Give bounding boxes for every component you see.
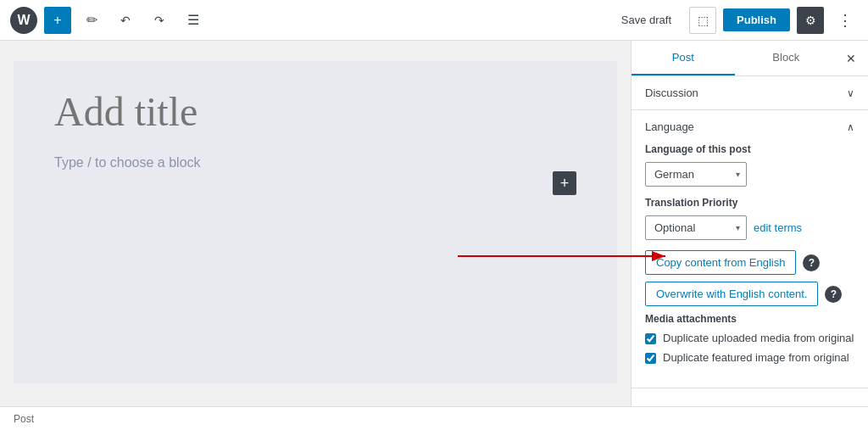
overwrite-row: Overwrite with English content. ?: [645, 282, 854, 306]
copy-content-button[interactable]: Copy content from English: [645, 250, 796, 275]
media-attachments: Media attachments Duplicate uploaded med…: [645, 313, 854, 364]
sidebar-close-button[interactable]: ✕: [837, 45, 865, 72]
settings-button[interactable]: ⚙: [797, 7, 824, 34]
tab-post[interactable]: Post: [632, 41, 735, 75]
language-field: Language of this post German English Fre…: [645, 143, 854, 187]
tab-block[interactable]: Block: [735, 41, 838, 75]
overwrite-button[interactable]: Overwrite with English content.: [645, 282, 818, 306]
redo-button[interactable]: ↷: [146, 7, 173, 34]
discussion-section-header[interactable]: Discussion ∨: [632, 76, 868, 109]
status-bar: Post: [0, 406, 868, 430]
block-placeholder: Type / to choose a block: [54, 155, 576, 170]
language-section-content: Language of this post German English Fre…: [632, 143, 868, 388]
copy-content-label: Copy content from English: [656, 256, 785, 269]
block-placeholder-text: Type / to choose a block: [54, 155, 201, 170]
editor-area: Type / to choose a block +: [0, 41, 631, 406]
overwrite-help-icon[interactable]: ?: [825, 286, 842, 303]
discussion-chevron-icon: ∨: [847, 87, 854, 99]
redo-icon: ↷: [154, 14, 164, 27]
preview-icon: ⬚: [698, 14, 709, 27]
discussion-section: Discussion ∨: [632, 76, 868, 110]
featured-image-checkbox[interactable]: [645, 353, 656, 364]
priority-row: Optional Required High ▾ edit terms: [645, 215, 854, 240]
inline-add-block-button[interactable]: +: [553, 171, 576, 195]
publish-button[interactable]: Publish: [723, 8, 790, 31]
sidebar: Post Block ✕ Discussion ∨ Language ∧ Lan…: [631, 41, 868, 406]
save-draft-button[interactable]: Save draft: [610, 8, 682, 32]
more-options-button[interactable]: ⋮: [831, 7, 858, 34]
main-area: Type / to choose a block + Post Block ✕: [0, 41, 868, 406]
editor-canvas: Type / to choose a block +: [14, 61, 617, 383]
checkbox-featured-image: Duplicate featured image from original: [645, 351, 854, 364]
checkbox-duplicate-media: Duplicate uploaded media from original: [645, 332, 854, 344]
checkbox2-label: Duplicate featured image from original: [663, 351, 849, 364]
pencil-button[interactable]: ✏: [78, 7, 105, 34]
checkbox1-label: Duplicate uploaded media from original: [663, 332, 854, 344]
overwrite-label: Overwrite with English content.: [656, 288, 807, 300]
language-chevron-icon: ∧: [847, 121, 854, 133]
translation-priority-label: Translation Priority: [645, 197, 854, 209]
list-view-button[interactable]: ☰: [180, 7, 207, 34]
settings-icon: ⚙: [805, 14, 816, 27]
priority-select[interactable]: Optional Required High: [645, 215, 747, 240]
language-select[interactable]: German English French Spanish: [645, 162, 747, 187]
edit-terms-link[interactable]: edit terms: [754, 221, 802, 234]
post-title-input[interactable]: [54, 88, 576, 135]
preview-button[interactable]: ⬚: [689, 7, 716, 34]
close-icon: ✕: [846, 52, 856, 65]
more-icon: ⋮: [837, 11, 852, 30]
post-language-label: Language of this post: [645, 143, 854, 155]
copy-help-icon[interactable]: ?: [803, 254, 820, 271]
add-block-button[interactable]: +: [44, 7, 71, 34]
status-label: Post: [14, 413, 34, 425]
toolbar: W + ✏ ↶ ↷ ☰ Save draft ⬚ Publish ⚙ ⋮: [0, 0, 868, 41]
undo-icon: ↶: [120, 14, 131, 27]
media-attachments-label: Media attachments: [645, 313, 854, 325]
priority-select-wrapper: Optional Required High ▾: [645, 215, 747, 240]
sidebar-header: Post Block ✕: [632, 41, 868, 76]
pencil-icon: ✏: [86, 12, 97, 28]
language-section-header[interactable]: Language ∧: [632, 110, 868, 143]
list-icon: ☰: [187, 12, 199, 28]
undo-button[interactable]: ↶: [112, 7, 139, 34]
duplicate-media-checkbox[interactable]: [645, 333, 656, 344]
language-select-wrapper: German English French Spanish ▾: [645, 162, 747, 187]
copy-content-row: Copy content from English ?: [645, 250, 854, 275]
language-section: Language ∧ Language of this post German …: [632, 110, 868, 388]
discussion-section-label: Discussion: [645, 87, 698, 99]
translation-priority-field: Translation Priority Optional Required H…: [645, 197, 854, 240]
language-section-label: Language: [645, 120, 694, 133]
wp-logo[interactable]: W: [10, 7, 37, 34]
